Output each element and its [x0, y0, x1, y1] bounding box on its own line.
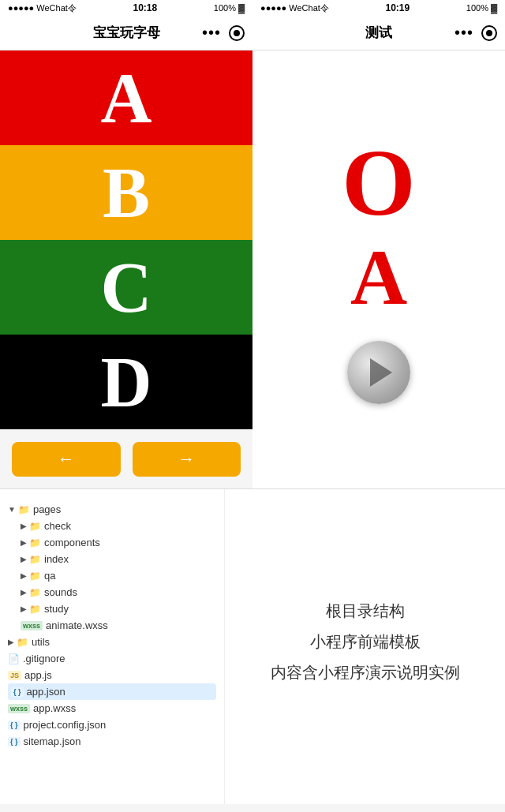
tree-label-check: check	[44, 520, 71, 532]
tree-project-config[interactable]: { } project.config.json	[8, 717, 216, 733]
prev-button[interactable]: ←	[12, 442, 121, 477]
bottom-section: ▼ 📁 pages ▶ 📁 check ▶ 📁 components ▶ 📁 i…	[0, 488, 505, 804]
block-b[interactable]: B	[0, 145, 252, 240]
block-d[interactable]: D	[0, 335, 252, 429]
record-button-left[interactable]	[229, 25, 245, 41]
badge-animate-wxss: wxss	[21, 621, 43, 631]
time-left: 10:18	[133, 2, 157, 13]
record-inner-right	[486, 30, 492, 36]
tree-label-gitignore: .gitignore	[23, 653, 65, 664]
nav-title-right: 测试	[365, 24, 392, 42]
nav-bar-left: 宝宝玩字母 •••	[0, 16, 252, 51]
nav-dots-right[interactable]: •••	[454, 24, 473, 42]
right-content: O A	[252, 51, 505, 488]
tree-qa[interactable]: ▶ 📁 qa	[21, 567, 216, 584]
folder-icon-qa: 📁	[29, 571, 41, 582]
info-line-3: 内容含小程序演示说明实例	[271, 662, 460, 683]
arrow-study: ▶	[21, 604, 27, 613]
play-icon	[370, 358, 392, 387]
folder-icon-components: 📁	[29, 537, 41, 548]
left-screen: ●●●●● WeChat令 10:18 100% ▓ 宝宝玩字母 ••• A B	[0, 0, 252, 488]
tree-gitignore[interactable]: 📄 .gitignore	[8, 650, 216, 667]
arrow-utils: ▶	[8, 638, 14, 646]
badge-sitemap: { }	[8, 737, 21, 747]
tree-components[interactable]: ▶ 📁 components	[21, 534, 216, 551]
play-button[interactable]	[347, 341, 410, 404]
arrow-check: ▶	[21, 522, 27, 530]
nav-title-left: 宝宝玩字母	[93, 24, 160, 42]
arrow-sounds: ▶	[21, 588, 27, 597]
nav-buttons: ← →	[0, 429, 252, 488]
tree-label-index: index	[44, 553, 69, 565]
folder-icon-check: 📁	[29, 521, 41, 532]
letter-c: C	[101, 247, 152, 328]
info-panel: 根目录结构 小程序前端模板 内容含小程序演示说明实例	[225, 489, 505, 804]
record-button-right[interactable]	[481, 25, 497, 41]
tree-label-pages: pages	[33, 503, 61, 515]
tree-utils[interactable]: ▶ 📁 utils	[8, 634, 216, 650]
nav-dots-left[interactable]: •••	[202, 24, 221, 42]
tree-sitemap[interactable]: { } sitemap.json	[8, 733, 216, 750]
nav-icons-right: •••	[454, 24, 497, 42]
tree-label-appjs: app.js	[24, 669, 52, 681]
tree-study[interactable]: ▶ 📁 study	[21, 601, 216, 617]
folder-icon-sounds: 📁	[29, 587, 41, 598]
letter-b: B	[103, 152, 150, 234]
folder-icon-index: 📁	[29, 554, 41, 565]
tree-appwxss[interactable]: wxss app.wxss	[8, 700, 216, 717]
carrier-right: ●●●●● WeChat令	[260, 2, 329, 14]
file-icon-gitignore: 📄	[8, 653, 20, 664]
battery-left: 100% ▓	[214, 3, 245, 13]
arrow-qa: ▶	[21, 571, 27, 580]
tree-label-components: components	[44, 537, 100, 548]
tree-label-sitemap: sitemap.json	[24, 735, 81, 747]
tree-label-qa: qa	[44, 570, 55, 582]
tree-label-appjson: app.json	[27, 686, 65, 698]
arrow-components: ▶	[21, 538, 27, 547]
tree-label-animate: animate.wxss	[46, 619, 108, 631]
file-tree: ▼ 📁 pages ▶ 📁 check ▶ 📁 components ▶ 📁 i…	[0, 489, 225, 804]
badge-appjson: { }	[11, 687, 24, 697]
badge-appwxss: wxss	[8, 704, 30, 713]
badge-project: { }	[8, 720, 21, 730]
carrier-left: ●●●●● WeChat令	[8, 2, 77, 14]
battery-right: 100% ▓	[466, 3, 497, 13]
folder-icon-study: 📁	[29, 604, 41, 615]
info-line-2: 小程序前端模板	[310, 631, 421, 653]
tree-appjs[interactable]: JS app.js	[8, 667, 216, 683]
tree-appjson[interactable]: { } app.json	[8, 683, 216, 700]
display-letter-a: A	[350, 238, 407, 317]
block-a[interactable]: A	[0, 51, 252, 145]
nav-bar-right: 测试 •••	[252, 16, 505, 51]
letter-a: A	[101, 58, 152, 139]
tree-label-utils: utils	[32, 636, 50, 648]
tree-index[interactable]: ▶ 📁 index	[21, 551, 216, 567]
tree-label-project: project.config.json	[24, 719, 107, 731]
tree-label-appwxss: app.wxss	[33, 702, 76, 714]
next-button[interactable]: →	[133, 442, 241, 477]
tree-label-sounds: sounds	[44, 586, 77, 598]
folder-icon-utils: 📁	[17, 637, 28, 648]
badge-appjs: JS	[8, 671, 21, 680]
tree-check[interactable]: ▶ 📁 check	[21, 518, 216, 534]
right-screen: ●●●●● WeChat令 10:19 100% ▓ 测试 ••• O A	[252, 0, 505, 488]
status-bar-right: ●●●●● WeChat令 10:19 100% ▓	[252, 0, 505, 16]
block-c[interactable]: C	[0, 240, 252, 335]
record-inner	[234, 30, 240, 36]
tree-pages[interactable]: ▼ 📁 pages	[8, 501, 216, 518]
arrow-pages: ▼	[8, 505, 16, 514]
tree-label-study: study	[44, 603, 69, 615]
status-bar-left: ●●●●● WeChat令 10:18 100% ▓	[0, 0, 252, 16]
tree-sounds[interactable]: ▶ 📁 sounds	[21, 584, 216, 601]
arrow-index: ▶	[21, 555, 27, 563]
nav-icons-left: •••	[202, 24, 245, 42]
time-right: 10:19	[385, 2, 410, 13]
letter-d: D	[101, 342, 152, 423]
tree-animate-wxss[interactable]: wxss animate.wxss	[21, 617, 216, 634]
info-line-1: 根目录结构	[326, 601, 405, 622]
folder-icon-pages: 📁	[18, 504, 30, 515]
display-letter-o: O	[342, 136, 415, 230]
